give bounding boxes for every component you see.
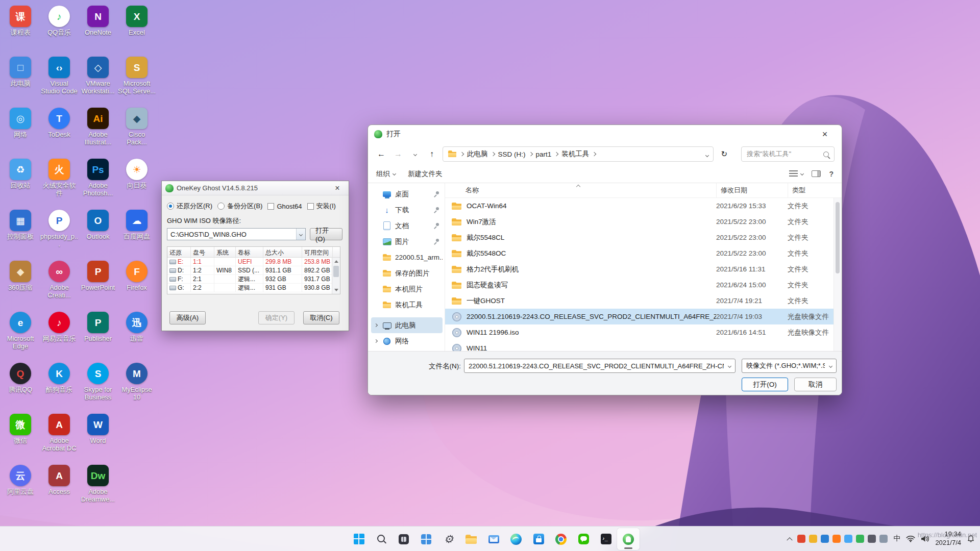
organize-menu[interactable]: 组织 [376,169,396,179]
chevron-down-icon[interactable] [825,365,836,367]
file-row[interactable]: 格力2代手机刷机 2021/5/16 11:31 文件夹 [445,261,834,277]
up-button[interactable] [426,148,438,160]
sidebar-item[interactable]: 装机工具 [371,297,443,313]
view-mode-button[interactable] [789,170,803,177]
taskbar-mail[interactable] [482,528,505,550]
expand-chevron-icon[interactable] [374,323,378,327]
taskbar-onekey-ghost[interactable] [617,528,640,550]
partition-row[interactable]: E: 1:1 UEFI 299.8 MB 253.8 MB [167,258,340,266]
cancel-button[interactable]: 取消(C) [303,311,339,324]
help-button[interactable] [829,170,834,178]
volume-icon[interactable] [921,535,929,542]
sidebar-item[interactable]: 网络 [371,333,443,349]
onekey-title-bar[interactable]: OneKey Ghost V14.5.8.215 [162,181,349,195]
file-row[interactable]: OCAT-Win64 2021/6/29 15:33 文件夹 [445,198,834,214]
desktop-icon[interactable]: ♻ 回收站 [1,155,40,206]
ghost64-checkbox[interactable] [267,203,274,210]
desktop-icon[interactable]: S Skype for Business [79,359,117,410]
install-checkbox[interactable] [307,203,314,210]
search-box[interactable]: 搜索"装机工具" [741,146,835,162]
breadcrumb-item[interactable]: SSD (H:) [498,151,526,158]
browse-open-button[interactable]: 打开(O) [310,228,342,240]
close-icon[interactable] [814,127,836,142]
filename-combobox[interactable]: 22000.51.210619-2243.CO_RELEASE_SVC_PROD… [464,359,736,373]
dialog-title-bar[interactable]: 打开 [368,125,842,143]
file-row[interactable]: WIN11 [445,340,834,351]
chevron-down-icon[interactable] [296,229,305,240]
desktop-icon[interactable]: P Publisher [79,308,117,359]
breadcrumb-item[interactable]: part1 [536,151,552,158]
column-header-name[interactable]: 名称 [445,183,716,197]
taskbar-store[interactable] [527,528,550,550]
desktop-icon[interactable]: O Outlook [79,206,117,257]
back-button[interactable] [375,148,387,160]
file-row[interactable]: 一键GHOST 2021/7/4 19:21 文件夹 [445,293,834,309]
taskbar-widgets[interactable] [415,528,437,550]
column-header-type[interactable]: 类型 [788,183,832,197]
file-row[interactable]: 戴尔5548CL 2021/5/22 23:00 文件夹 [445,230,834,245]
address-bar[interactable]: 此电脑 SSD (H:) part1 装机工具 [443,146,714,162]
breadcrumb-item[interactable]: 装机工具 [561,149,589,159]
desktop-icon[interactable]: K 酷狗音乐 [40,359,79,410]
breadcrumb-item[interactable]: 此电脑 [467,149,488,159]
desktop-icon[interactable]: 课 课程表 [1,2,40,53]
refresh-button[interactable] [718,148,730,160]
desktop-icon[interactable]: N OneNote [79,2,117,53]
desktop-icon[interactable]: e Microsoft Edge [1,308,40,359]
scrollbar-thumb[interactable] [836,202,840,273]
sidebar-item[interactable]: 本机照片 [371,281,443,297]
taskbar-settings[interactable] [437,528,460,550]
recent-locations-chevron[interactable] [409,148,421,160]
desktop-icon[interactable]: ‹› Visual Studio Code [40,53,79,104]
advanced-button[interactable]: 高级(A) [169,311,206,324]
desktop-icon[interactable]: Dw Adobe Dreamwe... [79,461,117,512]
desktop-icon[interactable]: P PowerPoint [79,257,117,308]
taskbar-task-view[interactable] [393,528,415,550]
column-header-date[interactable]: 修改日期 [716,183,788,197]
desktop-icon[interactable]: A Access [40,461,79,512]
sidebar-item[interactable]: 此电脑 [371,317,443,333]
desktop-icon[interactable]: ♪ QQ音乐 [40,2,79,53]
desktop-icon[interactable]: Ps Adobe Photosh... [79,155,117,206]
close-icon[interactable] [330,183,345,193]
desktop-icon[interactable]: Q 腾讯QQ [1,359,40,410]
expand-chevron-icon[interactable] [374,339,378,343]
tray-app-icon[interactable] [856,535,864,543]
file-row[interactable]: 戴尔5548OC 2021/5/22 23:00 文件夹 [445,245,834,261]
partition-row[interactable]: G: 2:2 逻辑... 931 GB 930.8 GB [167,284,340,292]
notification-bell-icon[interactable] [967,535,975,543]
address-history-chevron[interactable] [706,150,708,158]
clock[interactable]: 19:34 2021/7/4 [935,530,961,547]
file-row[interactable]: 固态硬盘读写 2021/6/24 15:00 文件夹 [445,277,834,293]
desktop-icon[interactable]: F Firefox [117,257,156,308]
taskbar-edge[interactable] [505,528,527,550]
sidebar-item[interactable]: 图片 [371,234,443,249]
chevron-down-icon[interactable] [724,365,735,367]
taskbar-start[interactable] [348,528,370,550]
desktop-icon[interactable]: 云 阿里云盘 [1,461,40,512]
ok-button[interactable]: 确定(Y) [258,311,295,324]
ime-indicator[interactable]: 中 [893,534,900,543]
desktop-icon[interactable]: ◆ 360压缩 [1,257,40,308]
image-path-combobox[interactable]: C:\GHOST\D_WIN8.GHO [167,228,306,240]
taskbar-chrome[interactable] [550,528,572,550]
hidden-icons-chevron-icon[interactable] [787,537,793,543]
taskbar-search[interactable] [370,528,393,550]
desktop-icon[interactable]: ▦ 控制面板 [1,206,40,257]
preview-pane-button[interactable] [812,170,821,177]
partition-row[interactable]: F: 2:1 逻辑... 932 GB 931.7 GB [167,275,340,284]
tray-app-icon[interactable] [868,535,876,543]
desktop-icon[interactable]: S Microsoft SQL Serve... [117,53,156,104]
file-row[interactable]: Win7激活 2021/5/22 23:00 文件夹 [445,214,834,230]
desktop-icon[interactable]: ♪ 网易云音乐 [40,308,79,359]
desktop-icon[interactable]: 火 火绒安全软件 [40,155,79,206]
desktop-icon[interactable]: W Word [79,410,117,461]
desktop-icon[interactable]: ◇ VMware Workstati... [79,53,117,104]
cancel-button[interactable]: 取消 [794,378,837,391]
desktop-icon[interactable]: □ 此电脑 [1,53,40,104]
file-row[interactable]: WIN11 21996.iso 2021/6/16 14:51 光盘映像文件 [445,324,834,340]
sidebar-item[interactable]: 文档 [371,218,443,234]
sidebar-item[interactable]: 22000.51_arm... [371,249,443,265]
table-scrollbar[interactable] [332,258,340,294]
file-list-scrollbar[interactable] [834,198,842,351]
